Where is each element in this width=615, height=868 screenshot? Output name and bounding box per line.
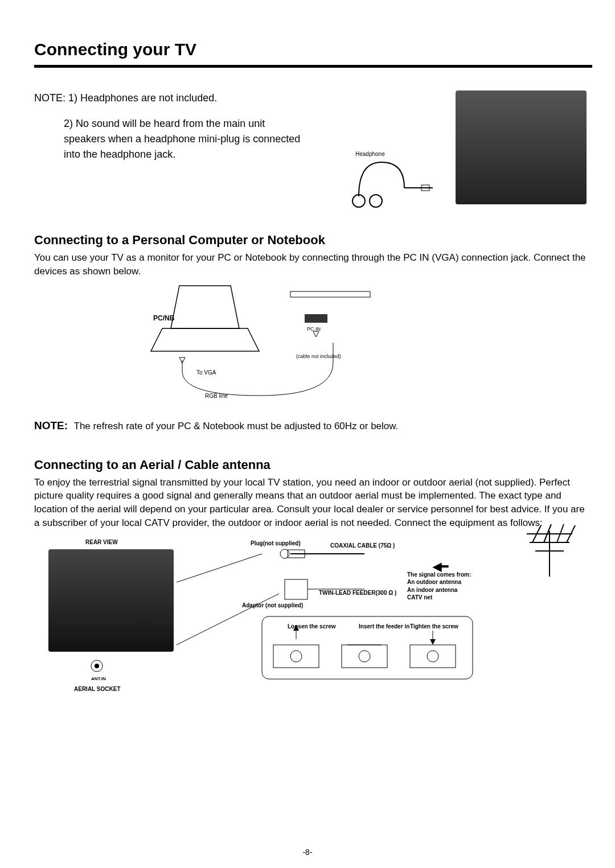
- rgb-line-label: RGB line: [205, 393, 228, 399]
- note-item-2: 2) No sound will be heard from the main …: [34, 116, 302, 162]
- svg-point-23: [290, 651, 302, 662]
- ant-in-label: ANT.IN: [91, 676, 106, 681]
- svg-line-15: [177, 554, 262, 582]
- pc-connection-diagram: PC/NB To VGA RGB line PC IN (cable not i…: [34, 283, 592, 402]
- section-pc-body: You can use your TV as a monitor for you…: [34, 251, 592, 278]
- svg-rect-19: [285, 579, 308, 599]
- tv-rear-photo: [48, 549, 174, 652]
- svg-line-16: [177, 594, 279, 645]
- svg-rect-22: [273, 645, 319, 668]
- note2-text: The refresh rate of your PC & Notebook m…: [74, 421, 399, 431]
- page-title: Connecting your TV: [34, 40, 592, 59]
- to-vga-label: To VGA: [196, 369, 216, 376]
- antenna-icon: [507, 514, 592, 582]
- aerial-connection-diagram: REAR VIEW ANT.IN AERIAL SOCKET Plug(not …: [34, 537, 592, 719]
- cable-lines-icon: [177, 537, 490, 696]
- rear-view-label: REAR VIEW: [85, 539, 118, 545]
- svg-point-29: [427, 651, 438, 662]
- laptop-icon: [145, 283, 384, 402]
- headphone-diagram: Headphone: [336, 90, 592, 216]
- svg-point-0: [352, 195, 365, 207]
- note-item-1: NOTE: 1) Headphones are not included.: [34, 90, 302, 106]
- section-pc-title: Connecting to a Personal Computer or Not…: [34, 233, 592, 248]
- aerial-socket-label: AERIAL SOCKET: [74, 686, 121, 692]
- svg-rect-21: [262, 616, 473, 679]
- note2-label: NOTE:: [34, 419, 68, 431]
- section-aerial-title: Connecting to an Aerial / Cable antenna: [34, 458, 592, 472]
- note-text-column: NOTE: 1) Headphones are not included. 2)…: [34, 90, 302, 216]
- svg-point-1: [370, 195, 382, 207]
- title-rule: [34, 65, 592, 68]
- svg-rect-4: [305, 314, 327, 323]
- svg-point-6: [95, 664, 99, 668]
- headphone-note-block: NOTE: 1) Headphones are not included. 2)…: [34, 90, 592, 216]
- pc-in-label: PC IN: [307, 326, 321, 332]
- refresh-rate-note: NOTE: The refresh rate of your PC & Note…: [34, 419, 592, 432]
- headphone-icon: [336, 157, 433, 213]
- svg-rect-28: [410, 645, 456, 668]
- svg-point-18: [280, 549, 289, 558]
- svg-point-26: [359, 651, 370, 662]
- svg-rect-3: [290, 291, 370, 297]
- svg-rect-25: [342, 645, 387, 668]
- ant-in-jack-icon: [90, 659, 107, 676]
- manual-page: Connecting your TV NOTE: 1) Headphones a…: [0, 0, 615, 868]
- cable-not-included-label: (cable not included): [296, 353, 341, 359]
- page-number: -8-: [0, 848, 615, 857]
- tv-photo: [456, 90, 587, 204]
